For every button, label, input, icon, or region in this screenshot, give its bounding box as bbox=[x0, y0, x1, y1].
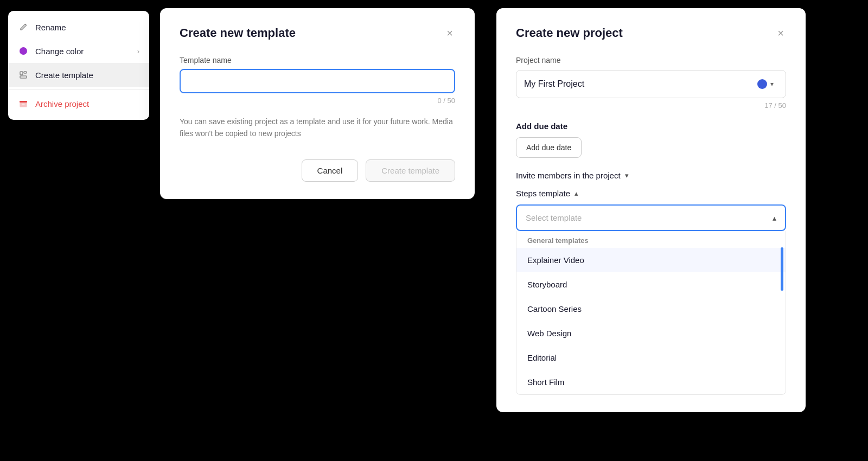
change-color-menu-item[interactable]: Change color › bbox=[8, 39, 149, 63]
rename-menu-item[interactable]: Rename bbox=[8, 15, 149, 39]
template-modal-actions: Cancel Create template bbox=[180, 159, 455, 182]
rename-label: Rename bbox=[35, 23, 66, 32]
invite-members-row[interactable]: Invite members in the project ▾ bbox=[516, 171, 786, 180]
template-modal-close-button[interactable]: × bbox=[444, 25, 455, 41]
project-modal-header: Create new project × bbox=[516, 25, 786, 41]
project-char-count: 17 / 50 bbox=[516, 101, 786, 110]
create-project-modal: Create new project × Project name My Fir… bbox=[496, 8, 806, 412]
select-template-placeholder: Select template bbox=[526, 213, 582, 222]
add-due-date-label: Add due date bbox=[516, 121, 786, 131]
dropdown-scrollbar[interactable] bbox=[781, 247, 783, 291]
color-picker-button[interactable]: ▾ bbox=[753, 77, 778, 91]
project-name-value: My First Project bbox=[524, 79, 748, 89]
svg-rect-1 bbox=[24, 72, 27, 73]
chevron-right-icon: › bbox=[137, 47, 139, 55]
cancel-button[interactable]: Cancel bbox=[302, 159, 359, 182]
template-dropdown-list: General templates Explainer Video Storyb… bbox=[516, 231, 786, 395]
steps-chevron-up-icon: ▴ bbox=[575, 189, 578, 197]
project-modal-title: Create new project bbox=[516, 26, 623, 40]
template-modal-header: Create new template × bbox=[180, 25, 455, 41]
project-name-label: Project name bbox=[516, 56, 786, 65]
steps-template-label: Steps template bbox=[516, 189, 570, 198]
template-description: You can save existing project as a templ… bbox=[180, 116, 455, 140]
create-template-button[interactable]: Create template bbox=[366, 159, 455, 182]
context-menu: Rename Change color › Create template Ar… bbox=[8, 11, 149, 120]
template-option-explainer-video[interactable]: Explainer Video bbox=[516, 248, 786, 272]
template-icon bbox=[18, 69, 29, 80]
color-dot-blue bbox=[757, 79, 767, 89]
template-option-web-design[interactable]: Web Design bbox=[516, 321, 786, 345]
invite-chevron-down-icon: ▾ bbox=[625, 171, 629, 180]
add-due-date-button[interactable]: Add due date bbox=[516, 137, 582, 158]
svg-rect-0 bbox=[20, 72, 23, 75]
archive-icon bbox=[18, 98, 29, 109]
select-template-dropdown[interactable]: Select template ▴ bbox=[516, 204, 786, 231]
template-option-storyboard[interactable]: Storyboard bbox=[516, 272, 786, 297]
template-option-editorial[interactable]: Editorial bbox=[516, 345, 786, 370]
template-name-input[interactable] bbox=[180, 69, 455, 93]
template-option-cartoon-series[interactable]: Cartoon Series bbox=[516, 297, 786, 321]
template-option-short-film[interactable]: Short Film bbox=[516, 370, 786, 394]
color-circle-icon bbox=[18, 46, 29, 56]
template-name-label: Template name bbox=[180, 56, 455, 65]
general-templates-label: General templates bbox=[516, 231, 786, 248]
color-chevron-down-icon: ▾ bbox=[770, 80, 774, 88]
create-template-menu-item[interactable]: Create template bbox=[8, 63, 149, 87]
invite-members-label: Invite members in the project bbox=[516, 171, 621, 180]
create-template-modal: Create new template × Template name 0 / … bbox=[160, 8, 475, 199]
archive-label: Archive project bbox=[35, 99, 89, 108]
archive-menu-item[interactable]: Archive project bbox=[8, 92, 149, 116]
template-dropdown-chevron-icon: ▴ bbox=[773, 214, 776, 222]
project-name-row: My First Project ▾ bbox=[516, 70, 786, 98]
template-char-count: 0 / 50 bbox=[180, 97, 455, 105]
svg-rect-2 bbox=[20, 76, 27, 78]
pencil-icon bbox=[18, 22, 29, 33]
menu-divider bbox=[8, 89, 149, 89]
change-color-label: Change color bbox=[35, 47, 84, 56]
project-modal-close-button[interactable]: × bbox=[775, 25, 786, 41]
create-template-label: Create template bbox=[35, 71, 93, 80]
steps-template-section: Steps template ▴ Select template ▴ Gener… bbox=[516, 189, 786, 395]
steps-template-row[interactable]: Steps template ▴ bbox=[516, 189, 786, 198]
template-modal-title: Create new template bbox=[180, 26, 296, 40]
